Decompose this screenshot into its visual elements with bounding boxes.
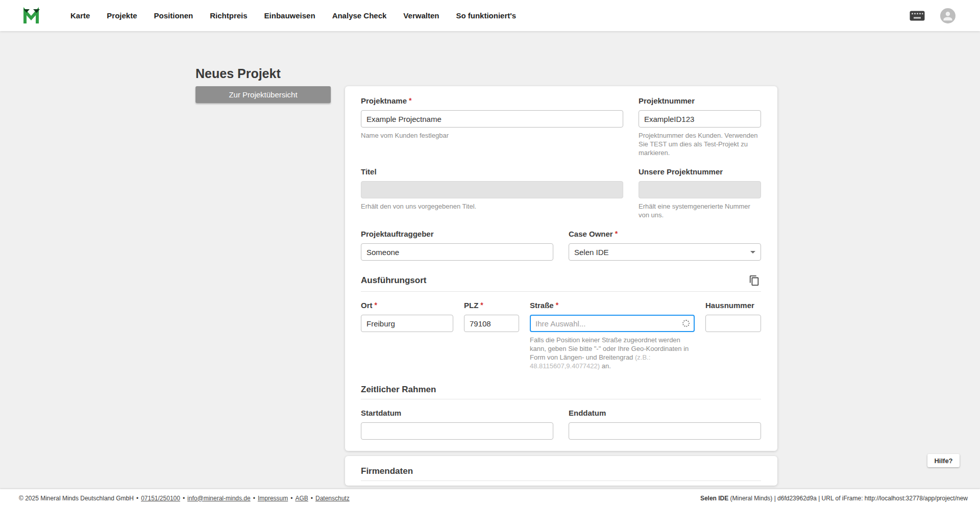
projektnummer-field: Projektnummer Projektnummer des Kunden. … — [639, 96, 761, 157]
nav-item-richtpreis[interactable]: Richtpreis — [210, 11, 247, 20]
strasse-helper: Falls die Position keiner Straße zugeord… — [530, 336, 695, 370]
projektname-field: Projektname * Name vom Kunden festlegbar — [361, 96, 623, 157]
row-location: Ort * PLZ * Straße * Falls die Position … — [361, 301, 761, 370]
strasse-helper-text: Falls die Position keiner Straße zugeord… — [530, 336, 689, 361]
ort-label: Ort — [361, 301, 373, 310]
nav-item-projekte[interactable]: Projekte — [107, 11, 137, 20]
projektnummer-input[interactable] — [639, 110, 761, 128]
footer-agb-link[interactable]: AGB — [295, 495, 308, 502]
plz-input[interactable] — [464, 315, 519, 332]
ausfuehrungsort-section-title: Ausführungsort — [361, 275, 426, 286]
nav-item-analyse-check[interactable]: Analyse Check — [332, 11, 387, 20]
unsere-projektnummer-input — [639, 181, 761, 198]
footer-impressum-link[interactable]: Impressum — [258, 495, 288, 502]
case-owner-select[interactable]: Selen IDE — [569, 243, 761, 261]
required-asterisk: * — [375, 301, 377, 309]
strasse-input[interactable] — [530, 315, 695, 332]
footer: © 2025 Mineral Minds Deutschland GmbH • … — [0, 489, 980, 507]
titel-helper: Erhält den von uns vorgegebenen Titel. — [361, 202, 623, 211]
titel-label: Titel — [361, 167, 377, 176]
projektauftraggeber-input[interactable] — [361, 243, 553, 261]
user-avatar[interactable] — [940, 8, 955, 23]
nav-item-einbauweisen[interactable]: Einbauweisen — [264, 11, 315, 20]
projektname-input[interactable] — [361, 110, 623, 128]
required-asterisk: * — [409, 96, 411, 105]
firmendaten-section-header: Firmendaten — [361, 466, 761, 481]
ort-input[interactable] — [361, 315, 453, 332]
unsere-projektnummer-field: Unsere Projektnummer Erhält eine systemg… — [639, 167, 761, 219]
startdatum-input[interactable] — [361, 422, 553, 440]
footer-copyright: © 2025 Mineral Minds Deutschland GmbH — [19, 495, 134, 502]
copy-location-button[interactable] — [748, 274, 761, 287]
copy-icon — [749, 275, 760, 286]
logo[interactable] — [22, 7, 44, 24]
row-auftraggeber-caseowner: Projektauftraggeber Case Owner * Selen I… — [361, 230, 761, 261]
back-to-project-overview-button[interactable]: Zur Projektübersicht — [195, 86, 331, 103]
titel-input — [361, 181, 623, 198]
required-asterisk: * — [615, 230, 618, 238]
case-owner-selected-value: Selen IDE — [574, 248, 609, 257]
footer-phone-link[interactable]: 07151/250100 — [141, 495, 180, 502]
ausfuehrungsort-section-header: Ausführungsort — [361, 274, 761, 292]
keyboard-shortcuts-button[interactable] — [910, 11, 925, 21]
titel-label-row: Titel — [361, 167, 623, 176]
footer-email-link[interactable]: info@mineral-minds.de — [187, 495, 251, 502]
projektauftraggeber-label: Projektauftraggeber — [361, 230, 434, 239]
footer-left: © 2025 Mineral Minds Deutschland GmbH • … — [19, 495, 350, 502]
required-asterisk: * — [480, 301, 483, 309]
row-titel-unsere-nummer: Titel Erhält den von uns vorgegebenen Ti… — [361, 167, 761, 219]
project-form-card: Projektname * Name vom Kunden festlegbar… — [345, 86, 777, 451]
logo-icon — [22, 7, 44, 24]
projektname-label: Projektname — [361, 96, 407, 106]
zeitlicher-rahmen-section-title: Zeitlicher Rahmen — [361, 385, 436, 395]
projektauftraggeber-label-row: Projektauftraggeber — [361, 230, 553, 239]
strasse-input-wrap — [530, 315, 695, 332]
footer-separator: • — [253, 495, 255, 502]
footer-datenschutz-link[interactable]: Datenschutz — [315, 495, 350, 502]
navbar-right — [910, 8, 955, 23]
strasse-label-row: Straße * — [530, 301, 695, 310]
startdatum-label-row: Startdatum — [361, 409, 553, 418]
footer-session: Selen IDE (Mineral Minds) | d6fd23962d9a… — [700, 495, 968, 502]
top-navbar: Karte Projekte Positionen Richtpreis Ein… — [0, 0, 980, 31]
enddatum-field: Enddatum — [569, 409, 761, 440]
projektnummer-label-row: Projektnummer — [639, 96, 761, 106]
projektname-label-row: Projektname * — [361, 96, 623, 106]
footer-separator: • — [311, 495, 313, 502]
ort-field: Ort * — [361, 301, 453, 370]
person-icon — [940, 8, 955, 23]
chevron-down-icon — [750, 251, 755, 253]
strasse-label: Straße — [530, 301, 554, 310]
footer-separator: • — [290, 495, 292, 502]
startdatum-label: Startdatum — [361, 409, 401, 418]
footer-session-info: (Mineral Minds) | d6fd23962d9a | URL of … — [728, 495, 968, 502]
zeitlicher-rahmen-section-header: Zeitlicher Rahmen — [361, 385, 761, 399]
hausnummer-label-row: Hausnummer — [705, 301, 761, 310]
projektnummer-label: Projektnummer — [639, 96, 695, 106]
row-name-number: Projektname * Name vom Kunden festlegbar… — [361, 96, 761, 157]
projektnummer-helper: Projektnummer des Kunden. Verwenden Sie … — [639, 131, 761, 157]
footer-separator: • — [136, 495, 138, 502]
hausnummer-input[interactable] — [705, 315, 761, 332]
unsere-projektnummer-helper: Erhält eine systemgenerierte Nummer von … — [639, 202, 761, 219]
projektname-helper: Name vom Kunden festlegbar — [361, 131, 623, 140]
unsere-projektnummer-label-row: Unsere Projektnummer — [639, 167, 761, 176]
row-dates: Startdatum Enddatum — [361, 409, 761, 440]
enddatum-input[interactable] — [569, 422, 761, 440]
projektauftraggeber-field: Projektauftraggeber — [361, 230, 553, 261]
page-title: Neues Projekt — [195, 66, 281, 81]
nav-item-verwalten[interactable]: Verwalten — [403, 11, 439, 20]
nav-item-so-funktionierts[interactable]: So funktioniert's — [456, 11, 516, 20]
plz-field: PLZ * — [464, 301, 519, 370]
nav-item-karte[interactable]: Karte — [70, 11, 90, 20]
titel-field: Titel Erhält den von uns vorgegebenen Ti… — [361, 167, 623, 219]
required-asterisk: * — [556, 301, 558, 309]
nav-item-positionen[interactable]: Positionen — [154, 11, 193, 20]
case-owner-label: Case Owner — [569, 230, 613, 239]
footer-separator: • — [183, 495, 185, 502]
help-button[interactable]: Hilfe? — [927, 454, 960, 467]
enddatum-label-row: Enddatum — [569, 409, 761, 418]
hausnummer-field: Hausnummer — [705, 301, 761, 370]
loading-spinner-icon — [682, 320, 690, 327]
case-owner-field: Case Owner * Selen IDE — [569, 230, 761, 261]
